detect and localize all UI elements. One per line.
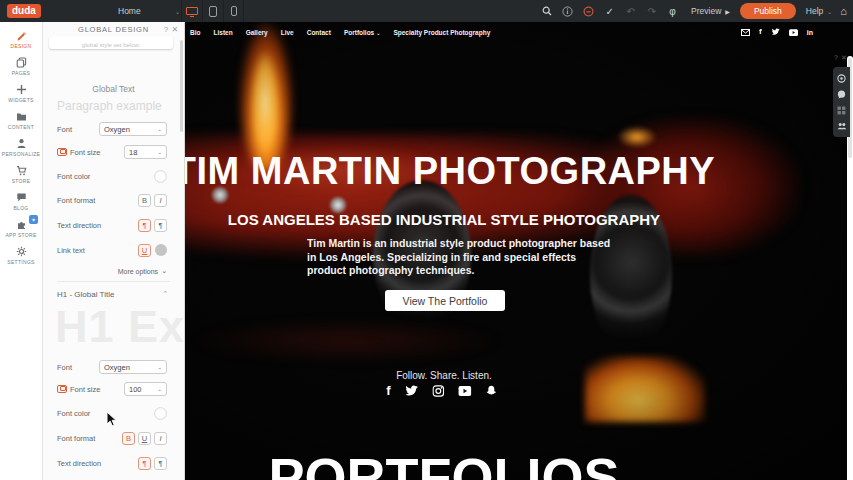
redo-button[interactable]: ↷: [641, 0, 662, 22]
help-dropdown[interactable]: Help ⌄: [806, 6, 833, 16]
undo-button[interactable]: ↶: [620, 0, 641, 22]
dev-mode-button[interactable]: φ: [662, 0, 683, 22]
top-toolbar: duda Home ⌄ ✓ ↶ ↷ φ Preview: [0, 0, 853, 22]
help-icon[interactable]: ?: [834, 54, 841, 61]
nav-link-bio[interactable]: Bio: [190, 29, 200, 36]
chevron-down-icon: ⌄: [161, 267, 167, 275]
team-icon[interactable]: [837, 122, 847, 130]
h1-font-family-select[interactable]: Oxygen ⌄: [99, 360, 167, 374]
check-icon: ✓: [605, 6, 613, 17]
nav-link-listen[interactable]: Listen: [213, 29, 232, 36]
comments-icon[interactable]: [837, 74, 846, 83]
search-button[interactable]: [536, 0, 557, 22]
facebook-icon[interactable]: f: [386, 384, 390, 397]
sidebar-item-store[interactable]: STORE: [0, 161, 42, 188]
email-icon[interactable]: [741, 29, 750, 36]
font-color-swatch[interactable]: [154, 170, 167, 183]
view-portfolio-button[interactable]: View The Portfolio: [385, 290, 505, 311]
tablet-view-button[interactable]: [202, 0, 223, 22]
preview-button[interactable]: Preview ▶: [691, 6, 730, 16]
rtl-button[interactable]: ¶: [154, 219, 167, 232]
duda-logo[interactable]: duda: [7, 4, 41, 18]
portfolios-heading[interactable]: PORTFOLIOS: [269, 446, 620, 480]
text-direction-label: Text direction: [57, 221, 101, 230]
panel-scrollbar[interactable]: [180, 40, 183, 132]
hero-title[interactable]: TIM MARTIN PHOTOGRAPHY: [185, 150, 715, 193]
close-icon[interactable]: ✕: [841, 54, 850, 61]
panel-close-button[interactable]: ✕: [171, 25, 179, 34]
sidebar-label: APP STORE: [5, 232, 36, 238]
font-format-row: Font format B I: [57, 193, 167, 207]
link-underline-button[interactable]: U: [138, 244, 151, 257]
h1-underline-button[interactable]: U: [138, 432, 151, 445]
puzzle-icon: [16, 219, 27, 230]
home-icon: ⌂: [840, 5, 847, 17]
desktop-view-button[interactable]: [181, 0, 202, 22]
assistant-button[interactable]: [578, 0, 599, 22]
follow-share-listen-text[interactable]: Follow. Share. Listen.: [396, 370, 492, 381]
info-button[interactable]: [557, 0, 578, 22]
text-direction-row: Text direction ¶ ¶: [57, 218, 167, 232]
h1-rtl-button[interactable]: ¶: [154, 457, 167, 470]
sidebar-item-widgets[interactable]: WIDGETS: [0, 80, 42, 107]
nav-link-gallery[interactable]: Gallery: [246, 29, 268, 36]
desktop-icon: [186, 7, 198, 15]
more-options-link[interactable]: More options ⌄: [118, 267, 167, 275]
sidebar-item-app-store[interactable]: APP STORE ✦: [0, 215, 42, 242]
approve-button[interactable]: ✓: [599, 0, 620, 22]
publish-button[interactable]: Publish: [740, 3, 796, 19]
link-color-swatch[interactable]: [155, 244, 167, 256]
sidebar-label: WIDGETS: [8, 97, 33, 103]
h1-ltr-button[interactable]: ¶: [138, 457, 151, 470]
font-size-label: Font size: [70, 385, 100, 394]
sidebar-item-personalize[interactable]: PERSONALIZE: [0, 134, 42, 161]
youtube-icon[interactable]: [789, 29, 798, 36]
chevron-down-icon: ⌄: [827, 8, 832, 15]
youtube-icon[interactable]: [459, 386, 472, 396]
snapchat-icon[interactable]: [486, 385, 498, 397]
h1-font-size-select[interactable]: 100 ⌄: [124, 382, 167, 396]
sidebar-item-settings[interactable]: SETTINGS: [0, 242, 42, 269]
panel-help-button[interactable]: ?: [164, 25, 169, 34]
cursor-arrow-icon: [106, 411, 118, 428]
font-label: Font: [57, 125, 72, 134]
sidebar-item-pages[interactable]: PAGES: [0, 53, 42, 80]
nav-link-specialty[interactable]: Specialty Product Photography: [393, 29, 490, 36]
h1-section-header[interactable]: H1 - Global Title ⌃: [57, 290, 168, 299]
sidebar-item-content[interactable]: CONTENT: [0, 107, 42, 134]
italic-button[interactable]: I: [154, 194, 167, 207]
h1-italic-button[interactable]: I: [154, 432, 167, 445]
h1-bold-button[interactable]: B: [122, 432, 135, 445]
nav-link-portfolios[interactable]: Portfolios⌄: [344, 29, 381, 36]
h1-font-color-swatch[interactable]: [154, 407, 167, 420]
twitter-icon[interactable]: [771, 28, 780, 36]
nav-link-contact[interactable]: Contact: [307, 29, 331, 36]
instagram-icon[interactable]: [433, 385, 445, 397]
font-size-select[interactable]: 18 ⌄: [124, 145, 167, 159]
sidebar-item-design[interactable]: DESIGN: [0, 26, 42, 53]
hero-subtitle[interactable]: LOS ANGELES BASED INDUSTRIAL STYLE PHOTO…: [228, 211, 660, 228]
font-label: Font: [57, 363, 72, 372]
font-format-label: Font format: [57, 434, 95, 443]
brush-icon: [16, 30, 27, 41]
nav-link-live[interactable]: Live: [281, 29, 294, 36]
ltr-button[interactable]: ¶: [138, 219, 151, 232]
global-text-section-title: Global Text: [43, 84, 184, 94]
site-canvas[interactable]: Bio Listen Gallery Live Contact Portfoli…: [185, 22, 853, 480]
facebook-icon[interactable]: f: [759, 28, 762, 36]
page-selector-dropdown[interactable]: Home ⌄: [118, 0, 180, 22]
nav-link-label: Portfolios: [344, 29, 374, 36]
linkedin-icon[interactable]: in: [807, 29, 813, 36]
assistant-icon: [583, 6, 594, 17]
font-color-label: Font color: [57, 409, 90, 418]
dashboard-home-button[interactable]: ⌂: [840, 5, 847, 17]
apps-grid-icon[interactable]: [837, 106, 846, 115]
font-family-select[interactable]: Oxygen ⌄: [99, 122, 167, 136]
chat-bubble-icon[interactable]: [837, 90, 846, 99]
bold-button[interactable]: B: [138, 194, 151, 207]
pages-icon: [16, 57, 27, 68]
twitter-icon[interactable]: [405, 385, 419, 397]
hero-paragraph[interactable]: Tim Martin is an industrial style produc…: [307, 237, 615, 278]
mobile-view-button[interactable]: [223, 0, 244, 22]
sidebar-item-blog[interactable]: BLOG: [0, 188, 42, 215]
